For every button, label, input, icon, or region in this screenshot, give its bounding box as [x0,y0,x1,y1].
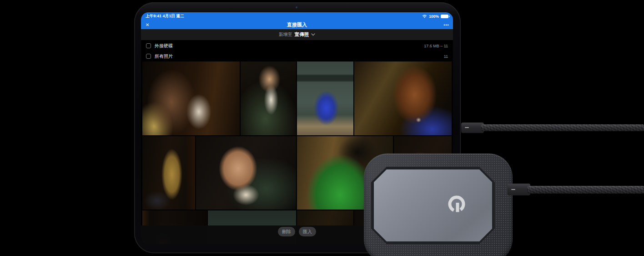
external-ssd-drive [364,154,513,256]
ssd-metal-plate [374,169,492,241]
status-bar: 上午9:41 4月1日 週二 100% [141,12,453,20]
usb-c-connector-ipad [461,123,484,133]
photo-profile-olive-shirt[interactable] [142,136,195,210]
front-camera [296,6,298,9]
source-label: 所有照片 [155,53,173,60]
battery-icon [441,15,448,19]
photo-resting-head-green-leather[interactable] [196,136,296,210]
source-label: 外接硬碟 [155,43,173,49]
photo-blue-hoodie-green-building[interactable] [297,61,353,135]
checkbox-external-drive[interactable] [146,43,151,48]
photo-green-leather-coat-portrait[interactable] [241,61,296,135]
checkbox-all-photos[interactable] [146,54,151,59]
album-selector[interactable]: 宣傳照 [295,31,309,38]
import-button[interactable]: 匯入 [299,227,316,236]
chevron-down-icon[interactable] [311,33,315,36]
source-row-external-drive[interactable]: 外接硬碟 17.6 MB – 11 [141,41,453,51]
source-meta: 17.6 MB – 11 [424,44,448,48]
source-meta: 11 [444,54,448,59]
scene-background: 上午9:41 4月1日 週二 100% ✕ 直接匯入 ⋯ [0,0,644,256]
delete-button[interactable]: 刪除 [278,227,295,236]
battery-percentage: 100% [429,14,439,19]
wifi-icon [422,15,427,18]
close-icon[interactable]: ✕ [146,22,149,27]
g-drive-logo-icon [446,193,468,215]
source-row-all-photos[interactable]: 所有照片 11 [141,51,453,61]
source-list: 外接硬碟 17.6 MB – 11 所有照片 11 [141,40,453,61]
usb-c-connector-ssd [508,184,530,195]
usb-c-cable-ipad [481,124,644,131]
photo-warm-light-portrait-rocks[interactable] [354,61,452,135]
add-to-toolbar: 新增至 宣傳照 [141,29,453,40]
add-to-label: 新增至 [279,31,292,38]
usb-c-cable-ssd [528,186,644,194]
nav-bar: ✕ 直接匯入 ⋯ [141,20,453,29]
status-time-date: 上午9:41 4月1日 週二 [146,14,184,19]
page-title: 直接匯入 [141,21,453,28]
photo-man-tan-jacket-wood-room[interactable] [142,61,240,135]
